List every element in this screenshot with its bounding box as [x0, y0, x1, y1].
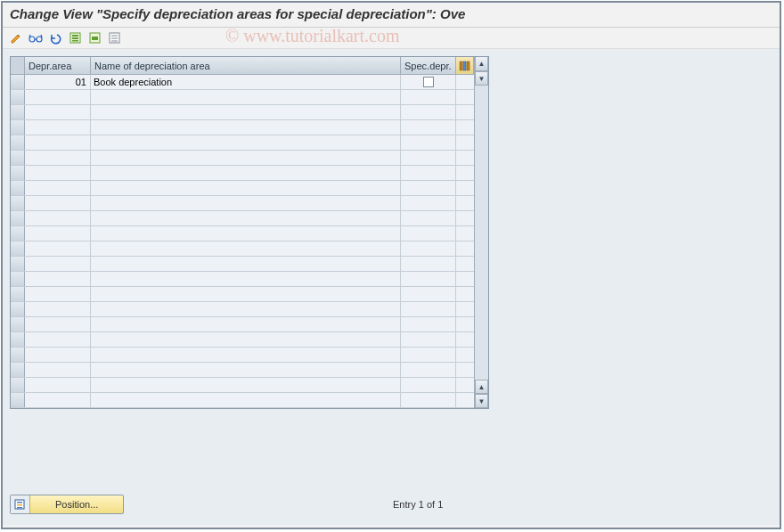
cell-depr-area[interactable]: [25, 317, 91, 331]
cell-spec-depr[interactable]: [401, 302, 456, 316]
cell-name[interactable]: [91, 151, 401, 165]
cell-name[interactable]: [91, 257, 401, 271]
row-selector[interactable]: [11, 181, 25, 195]
cell-depr-area[interactable]: [25, 151, 91, 165]
row-selector[interactable]: [11, 135, 25, 150]
cell-spec-depr[interactable]: [401, 257, 456, 271]
cell-name[interactable]: [91, 348, 401, 362]
cell-spec-depr[interactable]: [401, 105, 456, 119]
cell-depr-area[interactable]: [25, 120, 91, 135]
cell-spec-depr[interactable]: [401, 363, 456, 377]
cell-depr-area[interactable]: [25, 196, 91, 210]
row-selector[interactable]: [11, 302, 25, 316]
cell-depr-area[interactable]: [25, 363, 91, 377]
glasses-icon[interactable]: [28, 30, 44, 46]
deselect-all-icon[interactable]: [106, 30, 122, 46]
scroll-down-small-icon[interactable]: ▼: [475, 71, 488, 86]
cell-spec-depr[interactable]: [401, 135, 456, 150]
cell-depr-area[interactable]: [25, 272, 91, 286]
cell-depr-area[interactable]: [25, 181, 91, 195]
row-selector[interactable]: [11, 363, 25, 377]
cell-name[interactable]: [91, 272, 401, 286]
cell-name[interactable]: [91, 241, 401, 256]
cell-name[interactable]: [91, 135, 401, 150]
scroll-up-icon[interactable]: ▲: [475, 57, 488, 71]
cell-spec-depr[interactable]: [401, 90, 456, 104]
cell-spec-depr[interactable]: [401, 181, 456, 195]
col-header-depr-area[interactable]: Depr.area: [25, 57, 91, 74]
select-block-icon[interactable]: [86, 30, 102, 46]
checkbox[interactable]: [423, 77, 434, 87]
cell-name[interactable]: [91, 90, 401, 104]
cell-spec-depr[interactable]: [401, 151, 456, 165]
row-selector[interactable]: [11, 166, 25, 180]
table-config-icon[interactable]: [456, 57, 474, 74]
cell-spec-depr[interactable]: [401, 241, 456, 256]
row-selector[interactable]: [11, 393, 25, 407]
col-header-name[interactable]: Name of depreciation area: [91, 57, 401, 74]
cell-depr-area[interactable]: [25, 241, 91, 256]
cell-depr-area[interactable]: 01: [25, 75, 91, 89]
cell-spec-depr[interactable]: [401, 332, 456, 347]
row-selector[interactable]: [11, 226, 25, 241]
cell-name[interactable]: [91, 393, 401, 407]
cell-depr-area[interactable]: [25, 348, 91, 362]
cell-name[interactable]: [91, 120, 401, 135]
cell-name[interactable]: [91, 378, 401, 392]
cell-name[interactable]: [91, 181, 401, 195]
row-selector[interactable]: [11, 257, 25, 271]
scroll-track[interactable]: [475, 86, 488, 380]
cell-name[interactable]: [91, 302, 401, 316]
row-selector[interactable]: [11, 105, 25, 119]
cell-depr-area[interactable]: [25, 226, 91, 241]
cell-spec-depr[interactable]: [401, 393, 456, 407]
cell-spec-depr[interactable]: [401, 317, 456, 331]
cell-name[interactable]: [91, 105, 401, 119]
change-icon[interactable]: [8, 30, 24, 46]
row-selector[interactable]: [11, 332, 25, 347]
row-selector[interactable]: [11, 75, 25, 89]
cell-name[interactable]: [91, 287, 401, 301]
row-selector[interactable]: [11, 287, 25, 301]
cell-depr-area[interactable]: [25, 332, 91, 347]
cell-name[interactable]: [91, 196, 401, 210]
cell-depr-area[interactable]: [25, 393, 91, 407]
cell-name[interactable]: Book depreciation: [91, 75, 401, 89]
cell-spec-depr[interactable]: [401, 211, 456, 225]
cell-depr-area[interactable]: [25, 135, 91, 150]
cell-spec-depr[interactable]: [401, 378, 456, 392]
scroll-up-small-icon[interactable]: ▲: [475, 380, 488, 394]
cell-name[interactable]: [91, 332, 401, 347]
row-selector[interactable]: [11, 90, 25, 104]
cell-name[interactable]: [91, 363, 401, 377]
row-selector[interactable]: [11, 151, 25, 165]
cell-depr-area[interactable]: [25, 378, 91, 392]
cell-spec-depr[interactable]: [401, 348, 456, 362]
row-selector[interactable]: [11, 272, 25, 286]
cell-spec-depr[interactable]: [401, 272, 456, 286]
row-selector[interactable]: [11, 348, 25, 362]
cell-depr-area[interactable]: [25, 287, 91, 301]
cell-depr-area[interactable]: [25, 166, 91, 180]
row-selector[interactable]: [11, 378, 25, 392]
row-selector[interactable]: [11, 120, 25, 135]
scroll-down-icon[interactable]: ▼: [475, 394, 488, 408]
cell-name[interactable]: [91, 317, 401, 331]
position-button[interactable]: Position...: [10, 495, 124, 514]
cell-spec-depr[interactable]: [401, 120, 456, 135]
row-selector[interactable]: [11, 241, 25, 256]
cell-spec-depr[interactable]: [401, 166, 456, 180]
cell-name[interactable]: [91, 226, 401, 241]
cell-depr-area[interactable]: [25, 90, 91, 104]
cell-depr-area[interactable]: [25, 257, 91, 271]
cell-spec-depr[interactable]: [401, 75, 456, 89]
cell-spec-depr[interactable]: [401, 226, 456, 241]
cell-depr-area[interactable]: [25, 211, 91, 225]
cell-depr-area[interactable]: [25, 105, 91, 119]
cell-name[interactable]: [91, 166, 401, 180]
cell-depr-area[interactable]: [25, 302, 91, 316]
cell-spec-depr[interactable]: [401, 287, 456, 301]
undo-icon[interactable]: [47, 30, 63, 46]
row-selector[interactable]: [11, 317, 25, 331]
cell-spec-depr[interactable]: [401, 196, 456, 210]
